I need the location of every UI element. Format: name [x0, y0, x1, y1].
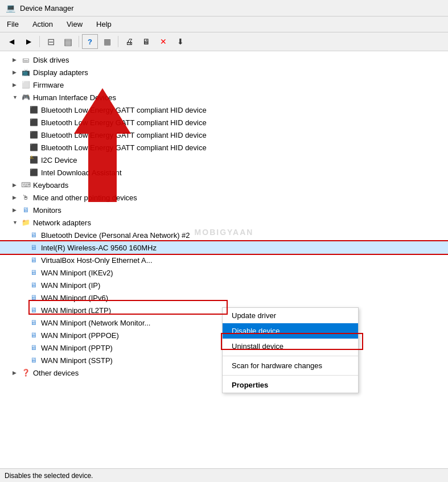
device-tree[interactable]: ▶ 🖴 Disk drives ▶ 📺 Display adapters ▶ ⬜… — [0, 51, 448, 482]
menu-bar: File Action View Help — [0, 17, 448, 32]
wan-sstp-label: WAN Miniport (SSTP) — [41, 356, 113, 365]
tree-item-display-adapters[interactable]: ▶ 📺 Display adapters — [0, 66, 448, 79]
no-expand-wan-ip — [20, 282, 28, 288]
no-expand-wan-ikev2 — [20, 270, 28, 275]
hid-download-label: Intel Download Assistant — [41, 168, 122, 177]
back-button[interactable]: ◀ — [3, 34, 19, 49]
title-bar-title: Device Manager — [20, 4, 74, 13]
context-uninstall-device[interactable]: Uninstall device — [223, 339, 358, 354]
firmware-icon: ⬜ — [20, 80, 31, 89]
delete-button[interactable]: ✕ — [155, 34, 171, 49]
no-expand-hid-bt3 — [20, 132, 28, 138]
context-properties[interactable]: Properties — [223, 377, 358, 393]
no-expand-wan-pptp — [20, 345, 28, 351]
toolbar-separator-3 — [118, 36, 118, 47]
hid-bt3-label: Bluetooth Low Energy GATT compliant HID … — [41, 131, 207, 139]
tree-item-hid-bt2[interactable]: ⬛ Bluetooth Low Energy GATT compliant HI… — [0, 116, 448, 129]
context-menu: Update driver Disable device Uninstall d… — [222, 307, 359, 393]
monitors-label: Monitors — [33, 206, 61, 215]
no-expand-wan-mon — [20, 320, 28, 326]
hid-i2c-icon: ⬛⚠ — [28, 155, 39, 164]
context-update-driver[interactable]: Update driver — [223, 308, 358, 323]
wan-monitor-label: WAN Miniport (Network Monitor... — [41, 319, 150, 327]
status-bar: Disables the selected device. — [0, 468, 448, 482]
expand-arrow-keyboards: ▶ — [13, 182, 20, 188]
tree-item-net-bluetooth[interactable]: 🖥 Bluetooth Device (Personal Area Networ… — [0, 229, 448, 241]
wan-ikev2-label: WAN Miniport (IKEv2) — [41, 269, 113, 277]
download-button[interactable]: ⬇ — [172, 34, 188, 49]
no-expand-net-vb — [20, 257, 28, 263]
no-expand-wan-l2tp — [20, 307, 28, 313]
display-adapters-icon: 📺 — [20, 68, 31, 77]
tree-item-hid-download[interactable]: ⬛ Intel Download Assistant — [0, 166, 448, 179]
tree-item-net-intel[interactable]: 🖥 Intel(R) Wireless-AC 9560 160MHz — [0, 241, 448, 254]
tree-item-hid-bt3[interactable]: ⬛ Bluetooth Low Energy GATT compliant HI… — [0, 129, 448, 141]
hid-i2c-label: I2C Device — [41, 156, 77, 164]
menu-view[interactable]: View — [60, 18, 89, 31]
forward-button[interactable]: ▶ — [20, 34, 36, 49]
tree-item-net-virtualbox[interactable]: 🖥 VirtualBox Host-Only Ethernet A... — [0, 254, 448, 266]
no-expand-hid-dl — [20, 170, 28, 175]
other-devices-icon: ❓ — [20, 368, 31, 377]
wan-ip-icon: 🖥 — [28, 281, 39, 290]
tree-item-network-adapters[interactable]: ▼ 📁 Network adapters — [0, 216, 448, 229]
menu-help[interactable]: Help — [89, 18, 118, 31]
toolbar: ◀ ▶ ⊟ ▤ ? ▦ 🖨 🖥 ✕ ⬇ — [0, 32, 448, 51]
expand-arrow-hid: ▼ — [13, 94, 20, 100]
wan-pppoe-icon: 🖥 — [28, 331, 39, 340]
wan-ipv6-label: WAN Miniport (IPv6) — [41, 294, 108, 302]
help-button[interactable]: ? — [82, 34, 98, 49]
network-adapters-label: Network adapters — [33, 219, 91, 227]
list-view-button[interactable]: ▤ — [60, 34, 76, 49]
wan-pppoe-label: WAN Miniport (PPPOE) — [41, 331, 119, 340]
print-button[interactable]: 🖨 — [121, 34, 137, 49]
tree-item-wan-ip[interactable]: 🖥 WAN Miniport (IP) — [0, 279, 448, 291]
keyboards-label: Keyboards — [33, 181, 68, 189]
net-virtualbox-label: VirtualBox Host-Only Ethernet A... — [41, 256, 153, 265]
expand-arrow-display: ▶ — [13, 69, 20, 75]
hid-bt1-icon: ⬛ — [28, 105, 39, 114]
tree-item-firmware[interactable]: ▶ ⬜ Firmware — [0, 79, 448, 91]
tree-item-monitors[interactable]: ▶ 🖥 Monitors — [0, 204, 448, 216]
wan-l2tp-icon: 🖥 — [28, 306, 39, 315]
net-virtualbox-icon: 🖥 — [28, 256, 39, 265]
hid-bt2-label: Bluetooth Low Energy GATT compliant HID … — [41, 118, 207, 127]
tree-item-keyboards[interactable]: ▶ ⌨ Keyboards — [0, 179, 448, 191]
disk-drives-icon: 🖴 — [20, 55, 31, 64]
net-bluetooth-label: Bluetooth Device (Personal Area Network)… — [41, 231, 190, 240]
firmware-label: Firmware — [33, 81, 64, 89]
monitor-button[interactable]: 🖥 — [138, 34, 154, 49]
net-intel-icon: 🖥 — [28, 243, 39, 252]
tree-item-hid[interactable]: ▼ 🎮 Human Interface Devices — [0, 91, 448, 104]
no-expand-wan-ipv6 — [20, 295, 28, 300]
context-scan-hardware[interactable]: Scan for hardware changes — [223, 358, 358, 373]
menu-action[interactable]: Action — [26, 18, 60, 31]
wan-pptp-label: WAN Miniport (PPTP) — [41, 344, 113, 352]
status-text: Disables the selected device. — [5, 472, 93, 480]
details-button[interactable]: ▦ — [99, 34, 115, 49]
menu-file[interactable]: File — [0, 18, 26, 31]
hid-bt1-label: Bluetooth Low Energy GATT compliant HID … — [41, 106, 207, 114]
title-bar-icon: 💻 — [6, 3, 15, 13]
tree-item-hid-i2c[interactable]: ⬛⚠ I2C Device — [0, 154, 448, 166]
hid-icon: 🎮 — [20, 93, 31, 102]
net-intel-label: Intel(R) Wireless-AC 9560 160MHz — [41, 244, 157, 252]
context-disable-device[interactable]: Disable device — [223, 323, 358, 339]
hid-bt4-icon: ⬛ — [28, 143, 39, 152]
no-expand-hid-bt1 — [20, 107, 28, 113]
tree-item-hid-bt1[interactable]: ⬛ Bluetooth Low Energy GATT compliant HI… — [0, 104, 448, 116]
tree-item-wan-ikev2[interactable]: 🖥 WAN Miniport (IKEv2) — [0, 266, 448, 279]
tree-view-button[interactable]: ⊟ — [43, 34, 59, 49]
tree-item-hid-bt4[interactable]: ⬛ Bluetooth Low Energy GATT compliant HI… — [0, 141, 448, 154]
tree-item-mice[interactable]: ▶ 🖱 Mice and other pointing devices — [0, 191, 448, 204]
net-bluetooth-icon: 🖥 — [28, 230, 39, 240]
main-content: ▶ 🖴 Disk drives ▶ 📺 Display adapters ▶ ⬜… — [0, 51, 448, 482]
tree-item-disk-drives[interactable]: ▶ 🖴 Disk drives — [0, 53, 448, 66]
wan-ikev2-icon: 🖥 — [28, 268, 39, 277]
mice-label: Mice and other pointing devices — [33, 193, 137, 202]
tree-item-wan-ipv6[interactable]: 🖥 WAN Miniport (IPv6) — [0, 291, 448, 304]
no-expand-hid-bt4 — [20, 145, 28, 150]
toolbar-separator-1 — [39, 36, 40, 47]
hid-label: Human Interface Devices — [33, 93, 116, 102]
title-bar: 💻 Device Manager — [0, 0, 448, 17]
